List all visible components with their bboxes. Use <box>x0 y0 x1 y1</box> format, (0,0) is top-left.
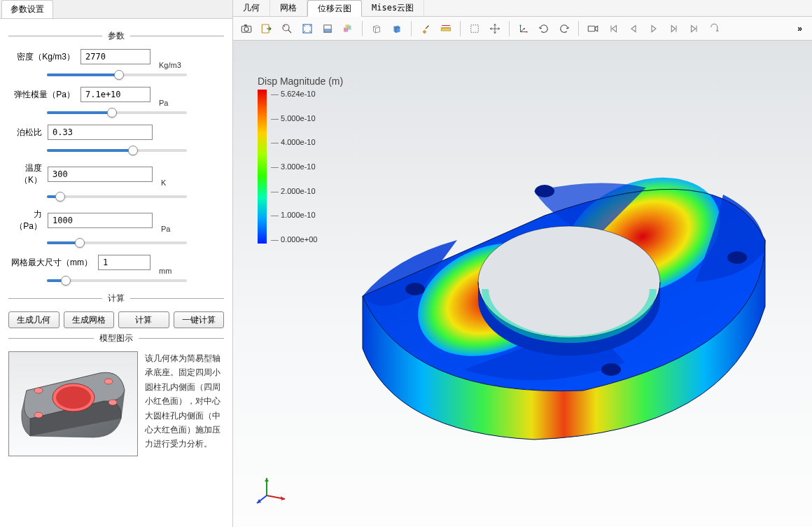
generate-geometry-button[interactable]: 生成几何 <box>8 311 59 328</box>
first-frame-icon[interactable] <box>604 20 622 38</box>
export-icon[interactable] <box>258 20 276 38</box>
rotate-right-icon[interactable] <box>555 20 573 38</box>
model-thumbnail <box>8 351 138 456</box>
temp-slider[interactable] <box>47 190 187 203</box>
parameters-panel: 参数设置 参数 密度（Kg/m3） Kg/m3 弹性模量（Pa） Pa 泊松比 <box>0 0 233 527</box>
play-icon[interactable] <box>645 20 663 38</box>
svg-point-3 <box>34 412 43 418</box>
generate-mesh-button[interactable]: 生成网格 <box>64 311 115 328</box>
poisson-slider[interactable] <box>47 144 187 157</box>
svg-point-2 <box>34 388 43 393</box>
svg-rect-22 <box>588 26 595 31</box>
svg-point-29 <box>601 363 621 376</box>
mesh-input[interactable] <box>98 255 150 270</box>
fit-box-icon[interactable] <box>298 20 316 38</box>
elastic-input[interactable] <box>80 87 150 102</box>
temp-unit: K <box>161 178 189 187</box>
force-unit: Pa <box>161 225 189 233</box>
more-tools-icon[interactable]: » <box>792 24 808 34</box>
orientation-triad-icon <box>254 471 289 506</box>
svg-rect-13 <box>324 29 332 32</box>
svg-rect-8 <box>244 24 247 26</box>
force-input[interactable] <box>48 213 153 228</box>
force-slider[interactable] <box>47 237 187 249</box>
tab-parameter-settings[interactable]: 参数设置 <box>1 0 53 18</box>
svg-point-4 <box>104 379 113 384</box>
loop-icon[interactable] <box>706 20 724 38</box>
tab-geometry[interactable]: 几何 <box>233 0 270 16</box>
mesh-slider[interactable] <box>47 274 187 287</box>
section-title-model: 模型图示 <box>94 332 139 344</box>
temp-label: 温度（K） <box>8 162 42 186</box>
tab-mises[interactable]: Mises云图 <box>362 0 424 16</box>
svg-rect-16 <box>345 24 349 29</box>
section-title-params: 参数 <box>102 30 130 42</box>
poisson-input[interactable] <box>48 125 153 140</box>
move-icon[interactable] <box>486 20 504 38</box>
elastic-slider[interactable] <box>47 106 187 119</box>
video-icon[interactable] <box>584 20 602 38</box>
rotate-left-icon[interactable] <box>535 20 553 38</box>
svg-rect-18 <box>471 24 479 32</box>
svg-point-21 <box>524 27 525 29</box>
density-input[interactable] <box>80 49 150 64</box>
svg-point-1 <box>56 386 91 409</box>
svg-point-5 <box>108 400 117 405</box>
calculate-button[interactable]: 计算 <box>118 311 169 328</box>
svg-point-27 <box>535 185 554 197</box>
elastic-label: 弹性模量（Pa） <box>8 89 75 101</box>
wireframe-cube-icon[interactable] <box>368 20 386 38</box>
toolbar: » <box>233 17 812 41</box>
svg-point-20 <box>526 31 527 32</box>
poisson-label: 泊松比 <box>8 127 42 139</box>
3d-viewport[interactable]: Disp Magnitude (m) 5.624e-10 5.000e-10 4… <box>233 41 812 527</box>
zoom-icon[interactable] <box>278 20 296 38</box>
next-frame-icon[interactable] <box>665 20 683 38</box>
svg-point-19 <box>519 24 521 26</box>
result-model <box>233 41 807 517</box>
shaded-cube-icon[interactable] <box>388 20 406 38</box>
mesh-label: 网格最大尺寸（mm） <box>8 257 92 269</box>
tab-displacement[interactable]: 位移云图 <box>307 0 362 17</box>
select-rect-icon[interactable] <box>465 20 484 38</box>
density-label: 密度（Kg/m3） <box>8 51 75 63</box>
last-frame-icon[interactable] <box>685 20 704 38</box>
svg-point-26 <box>405 283 425 295</box>
svg-point-7 <box>244 27 248 31</box>
axes-icon[interactable] <box>514 20 533 38</box>
one-click-button[interactable]: 一键计算 <box>174 311 225 328</box>
brush-icon[interactable] <box>416 20 435 38</box>
model-description: 该几何体为简易型轴承底座。固定四周小圆柱孔内侧面（四周小红色面），对中心大圆柱孔… <box>145 351 224 456</box>
density-slider[interactable] <box>47 69 187 81</box>
tab-mesh[interactable]: 网格 <box>270 0 307 16</box>
prev-frame-icon[interactable] <box>624 20 643 38</box>
temp-input[interactable] <box>48 167 153 182</box>
plane-box-icon[interactable] <box>318 20 337 38</box>
viewport-panel: 几何 网格 位移云图 Mises云图 <box>233 0 812 527</box>
svg-point-28 <box>727 251 747 264</box>
force-label: 力（Pa） <box>8 209 42 232</box>
ruler-icon[interactable] <box>437 20 455 38</box>
section-title-calc: 计算 <box>102 293 130 304</box>
multi-cube-icon[interactable] <box>339 20 357 38</box>
camera-icon[interactable] <box>237 20 255 38</box>
